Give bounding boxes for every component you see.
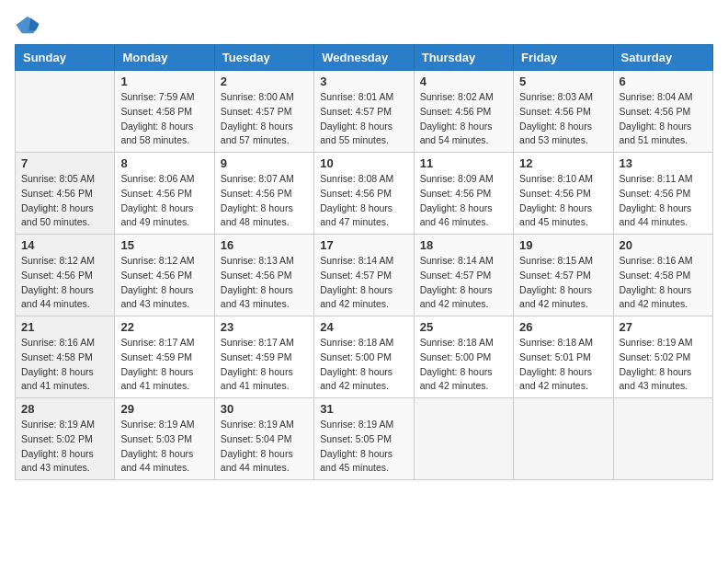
day-number: 29 xyxy=(120,402,208,416)
weekday-header-friday: Friday xyxy=(514,45,613,71)
day-info: Sunrise: 8:09 AMSunset: 4:56 PMDaylight:… xyxy=(420,172,507,230)
day-number: 30 xyxy=(221,402,308,416)
day-info: Sunrise: 8:17 AMSunset: 4:59 PMDaylight:… xyxy=(221,336,308,394)
calendar-cell: 13Sunrise: 8:11 AMSunset: 4:56 PMDayligh… xyxy=(613,153,712,235)
day-number: 10 xyxy=(320,156,407,170)
day-info: Sunrise: 8:06 AMSunset: 4:56 PMDaylight:… xyxy=(120,172,208,230)
day-number: 27 xyxy=(620,320,707,334)
calendar-cell: 26Sunrise: 8:18 AMSunset: 5:01 PMDayligh… xyxy=(514,316,613,398)
calendar-cell: 14Sunrise: 8:12 AMSunset: 4:56 PMDayligh… xyxy=(16,235,115,316)
day-info: Sunrise: 8:08 AMSunset: 4:56 PMDaylight:… xyxy=(320,172,407,230)
calendar-cell: 8Sunrise: 8:06 AMSunset: 4:56 PMDaylight… xyxy=(115,153,214,235)
day-info: Sunrise: 8:14 AMSunset: 4:57 PMDaylight:… xyxy=(320,254,407,312)
calendar-cell: 28Sunrise: 8:19 AMSunset: 5:02 PMDayligh… xyxy=(16,398,115,480)
day-number: 31 xyxy=(320,402,407,416)
calendar-cell xyxy=(613,398,712,480)
day-number: 9 xyxy=(221,156,308,170)
calendar-cell: 2Sunrise: 8:00 AMSunset: 4:57 PMDaylight… xyxy=(214,71,313,153)
logo xyxy=(15,15,44,35)
calendar-cell: 1Sunrise: 7:59 AMSunset: 4:58 PMDaylight… xyxy=(115,71,214,153)
day-info: Sunrise: 8:18 AMSunset: 5:01 PMDaylight:… xyxy=(519,336,607,394)
calendar-table: SundayMondayTuesdayWednesdayThursdayFrid… xyxy=(15,44,713,480)
day-info: Sunrise: 8:19 AMSunset: 5:02 PMDaylight:… xyxy=(21,418,108,476)
day-number: 25 xyxy=(420,320,507,334)
calendar-cell: 3Sunrise: 8:01 AMSunset: 4:57 PMDaylight… xyxy=(314,71,414,153)
day-info: Sunrise: 8:04 AMSunset: 4:56 PMDaylight:… xyxy=(620,90,707,148)
day-info: Sunrise: 8:19 AMSunset: 5:05 PMDaylight:… xyxy=(320,418,407,476)
weekday-header-monday: Monday xyxy=(115,45,214,71)
calendar-cell xyxy=(414,398,513,480)
day-number: 23 xyxy=(221,320,308,334)
calendar-cell: 4Sunrise: 8:02 AMSunset: 4:56 PMDaylight… xyxy=(414,71,513,153)
day-number: 20 xyxy=(620,238,707,252)
day-info: Sunrise: 8:19 AMSunset: 5:04 PMDaylight:… xyxy=(221,418,308,476)
week-row-1: 1Sunrise: 7:59 AMSunset: 4:58 PMDaylight… xyxy=(16,71,713,153)
week-row-2: 7Sunrise: 8:05 AMSunset: 4:56 PMDaylight… xyxy=(16,153,713,235)
weekday-header-tuesday: Tuesday xyxy=(214,45,313,71)
day-info: Sunrise: 8:19 AMSunset: 5:03 PMDaylight:… xyxy=(120,418,208,476)
day-number: 22 xyxy=(120,320,208,334)
weekday-header-wednesday: Wednesday xyxy=(314,45,414,71)
page-header xyxy=(15,15,713,35)
calendar-cell xyxy=(514,398,613,480)
svg-marker-1 xyxy=(29,17,40,30)
day-info: Sunrise: 8:16 AMSunset: 4:58 PMDaylight:… xyxy=(21,336,108,394)
calendar-cell: 10Sunrise: 8:08 AMSunset: 4:56 PMDayligh… xyxy=(314,153,414,235)
day-number: 3 xyxy=(320,75,407,88)
day-number: 24 xyxy=(320,320,407,334)
day-number: 18 xyxy=(420,238,507,252)
day-info: Sunrise: 7:59 AMSunset: 4:58 PMDaylight:… xyxy=(120,90,208,148)
calendar-cell: 31Sunrise: 8:19 AMSunset: 5:05 PMDayligh… xyxy=(314,398,414,480)
day-number: 17 xyxy=(320,238,407,252)
day-info: Sunrise: 8:03 AMSunset: 4:56 PMDaylight:… xyxy=(519,90,607,148)
day-info: Sunrise: 8:15 AMSunset: 4:57 PMDaylight:… xyxy=(519,254,607,312)
day-number: 13 xyxy=(620,156,707,170)
day-info: Sunrise: 8:19 AMSunset: 5:02 PMDaylight:… xyxy=(620,336,707,394)
calendar-cell: 11Sunrise: 8:09 AMSunset: 4:56 PMDayligh… xyxy=(414,153,513,235)
day-number: 11 xyxy=(420,156,507,170)
calendar-cell: 24Sunrise: 8:18 AMSunset: 5:00 PMDayligh… xyxy=(314,316,414,398)
day-info: Sunrise: 8:10 AMSunset: 4:56 PMDaylight:… xyxy=(519,172,607,230)
calendar-cell xyxy=(16,71,115,153)
calendar-cell: 19Sunrise: 8:15 AMSunset: 4:57 PMDayligh… xyxy=(514,235,613,316)
day-number: 5 xyxy=(519,75,607,88)
day-number: 4 xyxy=(420,75,507,88)
day-info: Sunrise: 8:01 AMSunset: 4:57 PMDaylight:… xyxy=(320,90,407,148)
weekday-header-saturday: Saturday xyxy=(613,45,712,71)
day-number: 16 xyxy=(221,238,308,252)
calendar-cell: 12Sunrise: 8:10 AMSunset: 4:56 PMDayligh… xyxy=(514,153,613,235)
day-number: 15 xyxy=(120,238,208,252)
day-number: 2 xyxy=(221,75,308,88)
day-number: 14 xyxy=(21,238,108,252)
day-number: 26 xyxy=(519,320,607,334)
calendar-cell: 22Sunrise: 8:17 AMSunset: 4:59 PMDayligh… xyxy=(115,316,214,398)
day-info: Sunrise: 8:11 AMSunset: 4:56 PMDaylight:… xyxy=(620,172,707,230)
day-info: Sunrise: 8:16 AMSunset: 4:58 PMDaylight:… xyxy=(620,254,707,312)
calendar-cell: 6Sunrise: 8:04 AMSunset: 4:56 PMDaylight… xyxy=(613,71,712,153)
calendar-cell: 23Sunrise: 8:17 AMSunset: 4:59 PMDayligh… xyxy=(214,316,313,398)
day-info: Sunrise: 8:05 AMSunset: 4:56 PMDaylight:… xyxy=(21,172,108,230)
calendar-cell: 7Sunrise: 8:05 AMSunset: 4:56 PMDaylight… xyxy=(16,153,115,235)
day-number: 19 xyxy=(519,238,607,252)
weekday-header-thursday: Thursday xyxy=(414,45,513,71)
calendar-cell: 20Sunrise: 8:16 AMSunset: 4:58 PMDayligh… xyxy=(613,235,712,316)
calendar-cell: 27Sunrise: 8:19 AMSunset: 5:02 PMDayligh… xyxy=(613,316,712,398)
day-info: Sunrise: 8:07 AMSunset: 4:56 PMDaylight:… xyxy=(221,172,308,230)
day-info: Sunrise: 8:18 AMSunset: 5:00 PMDaylight:… xyxy=(320,336,407,394)
day-number: 21 xyxy=(21,320,108,334)
day-info: Sunrise: 8:18 AMSunset: 5:00 PMDaylight:… xyxy=(420,336,507,394)
day-number: 12 xyxy=(519,156,607,170)
day-number: 8 xyxy=(120,156,208,170)
calendar-cell: 5Sunrise: 8:03 AMSunset: 4:56 PMDaylight… xyxy=(514,71,613,153)
calendar-cell: 29Sunrise: 8:19 AMSunset: 5:03 PMDayligh… xyxy=(115,398,214,480)
calendar-cell: 30Sunrise: 8:19 AMSunset: 5:04 PMDayligh… xyxy=(214,398,313,480)
week-row-4: 21Sunrise: 8:16 AMSunset: 4:58 PMDayligh… xyxy=(16,316,713,398)
generalblue-icon xyxy=(15,15,40,35)
calendar-cell: 18Sunrise: 8:14 AMSunset: 4:57 PMDayligh… xyxy=(414,235,513,316)
week-row-5: 28Sunrise: 8:19 AMSunset: 5:02 PMDayligh… xyxy=(16,398,713,480)
day-info: Sunrise: 8:12 AMSunset: 4:56 PMDaylight:… xyxy=(21,254,108,312)
week-row-3: 14Sunrise: 8:12 AMSunset: 4:56 PMDayligh… xyxy=(16,235,713,316)
calendar-cell: 21Sunrise: 8:16 AMSunset: 4:58 PMDayligh… xyxy=(16,316,115,398)
day-info: Sunrise: 8:13 AMSunset: 4:56 PMDaylight:… xyxy=(221,254,308,312)
day-number: 1 xyxy=(120,75,208,88)
